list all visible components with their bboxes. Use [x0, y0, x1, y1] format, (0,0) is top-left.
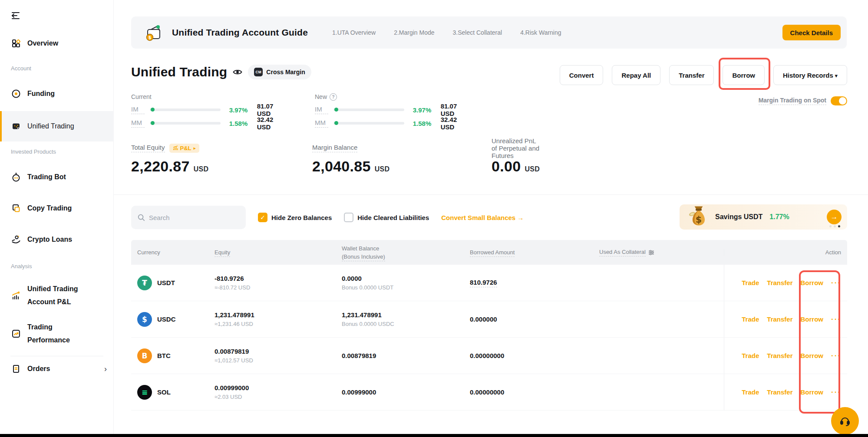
borrowed-amount: 0.000000	[470, 315, 497, 323]
currency-symbol: SOL	[157, 388, 171, 396]
overview-icon	[11, 38, 21, 49]
check-details-button[interactable]: Check Details	[782, 25, 841, 40]
sidebar-item-overview[interactable]: Overview	[0, 36, 114, 50]
total-equity-label[interactable]: Total Equity	[131, 144, 165, 152]
col-borrowed-amount: Borrowed Amount	[470, 249, 599, 256]
borrow-button[interactable]: Borrow	[723, 65, 765, 85]
page-header: Unified Trading CM Cross Margin	[131, 62, 311, 82]
margin-new: New IM 3.97% 81.07 USD MM 1.58% 32.42 US…	[315, 93, 469, 128]
sidebar-item-uta-pnl[interactable]: Unified Trading Account P&L	[0, 282, 114, 309]
unrealized-pnl-stat: Unrealized PnL of Perpetual and Futures …	[492, 143, 540, 175]
margin-trading-on-spot-label[interactable]: Margin Trading on Spot	[759, 97, 826, 105]
wallet-bonus: Bonus 0.0000 USDT	[342, 284, 470, 291]
trade-link[interactable]: Trade	[742, 315, 759, 323]
equity-value: 0.00879819	[215, 348, 342, 355]
margin-trading-on-spot-toggle[interactable]	[831, 96, 847, 105]
im-row: IM 3.97% 81.07 USD	[131, 105, 286, 114]
transfer-link[interactable]: Transfer	[767, 352, 792, 359]
savings-banner[interactable]: $ Savings USDT 1.77%	[680, 204, 847, 230]
more-actions-icon[interactable]	[831, 388, 841, 397]
borrow-link[interactable]: Borrow	[801, 388, 824, 396]
svg-text:$: $	[696, 214, 702, 225]
margin-current-label: Current	[131, 93, 286, 101]
search-input[interactable]	[149, 214, 236, 221]
more-actions-icon[interactable]	[831, 352, 841, 360]
sidebar-item-unified-trading[interactable]: Unified Trading	[0, 111, 114, 141]
support-button[interactable]	[831, 407, 859, 435]
transfer-link[interactable]: Transfer	[767, 388, 792, 396]
sidebar-divider	[10, 356, 103, 356]
wallet-balance: 0.0000	[342, 275, 470, 282]
eye-icon[interactable]	[232, 67, 243, 77]
margin-current: Current IM 3.97% 81.07 USD MM 1.58% 32.4…	[131, 93, 286, 128]
savings-arrow-button[interactable]	[827, 210, 842, 224]
im-row: IM 3.97% 81.07 USD	[315, 105, 469, 114]
mm-label[interactable]: MM	[315, 119, 328, 128]
pnl-badge[interactable]: P&L	[169, 144, 200, 153]
trade-link[interactable]: Trade	[742, 388, 759, 396]
equity-value: 0.00999000	[215, 384, 342, 391]
mm-label[interactable]: MM	[131, 119, 145, 128]
search-box[interactable]	[131, 206, 246, 229]
im-label[interactable]: IM	[315, 105, 328, 114]
margin-balance-label[interactable]: Margin Balance	[312, 144, 357, 152]
sidebar-item-orders[interactable]: Orders ›	[0, 362, 114, 376]
currency-symbol: USDC	[157, 315, 176, 323]
page-title: Unified Trading	[131, 65, 227, 79]
sidebar-item-funding[interactable]: Funding	[0, 87, 114, 101]
guide-step-1: 1.UTA Overview	[332, 29, 376, 36]
sidebar-item-trading-bot[interactable]: Trading Bot	[0, 170, 114, 184]
borrow-link[interactable]: Borrow	[801, 352, 824, 359]
guide-steps: 1.UTA Overview 2.Margin Mode 3.Select Co…	[332, 29, 561, 36]
col-used-as-collateral: Used As Collateral	[599, 249, 724, 256]
repay-all-button[interactable]: Repay All	[612, 65, 660, 85]
uta-guide-banner: $ Unified Trading Account Guide 1.UTA Ov…	[131, 16, 847, 49]
guide-step-2: 2.Margin Mode	[394, 29, 434, 36]
sidebar-section-invested-products: Invested Products	[11, 148, 56, 155]
borrow-link[interactable]: Borrow	[801, 279, 824, 286]
history-records-dropdown[interactable]: History Records	[773, 65, 847, 85]
mm-progress-bar	[150, 122, 221, 125]
convert-button[interactable]: Convert	[560, 65, 604, 85]
margin-mode-pill[interactable]: CM Cross Margin	[248, 65, 311, 79]
funding-icon	[11, 89, 21, 99]
convert-small-balances-link[interactable]: Convert Small Balances	[441, 214, 524, 221]
crypto-loans-icon	[11, 234, 21, 245]
hide-cleared-checkbox[interactable]	[344, 213, 353, 222]
usdc-icon: $	[137, 312, 152, 327]
headset-icon	[839, 415, 851, 427]
mm-usd: 32.42 USD	[441, 116, 469, 131]
borrowed-amount[interactable]: 810.9726	[470, 279, 497, 287]
more-actions-icon[interactable]	[831, 279, 841, 287]
sidebar-item-copy-trading[interactable]: Copy Trading	[0, 201, 114, 215]
transfer-link[interactable]: Transfer	[767, 315, 792, 323]
borrowed-amount: 0.00000000	[470, 388, 504, 396]
equity-value: -810.9726	[215, 275, 342, 282]
hide-zero-checkbox[interactable]	[258, 213, 267, 222]
equity-usd: ≈-810.72 USD	[215, 284, 342, 291]
hide-zero-balances-option[interactable]: Hide Zero Balances	[258, 213, 332, 222]
more-actions-icon[interactable]	[831, 315, 841, 324]
savings-label: Savings USDT	[715, 213, 762, 221]
total-equity-stat: Total Equity P&L 2,220.87 USD	[131, 143, 208, 175]
transfer-link[interactable]: Transfer	[767, 279, 792, 286]
hide-cleared-liabilities-option[interactable]: Hide Cleared Liabilities	[344, 213, 429, 222]
chevron-right-icon[interactable]: ›	[104, 365, 107, 374]
collapse-sidebar-icon[interactable]	[10, 10, 21, 21]
sidebar-item-label: Trading Bot	[27, 171, 66, 184]
margin-mode-label: Cross Margin	[266, 69, 305, 76]
filter-sliders-icon[interactable]	[648, 250, 654, 256]
question-mark-icon[interactable]	[330, 93, 337, 101]
copy-trading-icon	[11, 203, 21, 214]
hide-cleared-label: Hide Cleared Liabilities	[357, 214, 429, 221]
asset-table: Currency Equity Wallet Balance (Bonus In…	[131, 240, 847, 411]
carousel-dots[interactable]	[829, 225, 840, 227]
transfer-button[interactable]: Transfer	[669, 65, 714, 85]
header-actions: Convert Repay All Transfer Borrow Histor…	[560, 65, 847, 85]
sidebar-item-trading-performance[interactable]: Trading Performance	[0, 320, 114, 347]
trade-link[interactable]: Trade	[742, 279, 759, 286]
trade-link[interactable]: Trade	[742, 352, 759, 359]
borrow-link[interactable]: Borrow	[801, 315, 824, 323]
im-label[interactable]: IM	[131, 105, 145, 114]
sidebar-item-crypto-loans[interactable]: Crypto Loans	[0, 233, 114, 246]
